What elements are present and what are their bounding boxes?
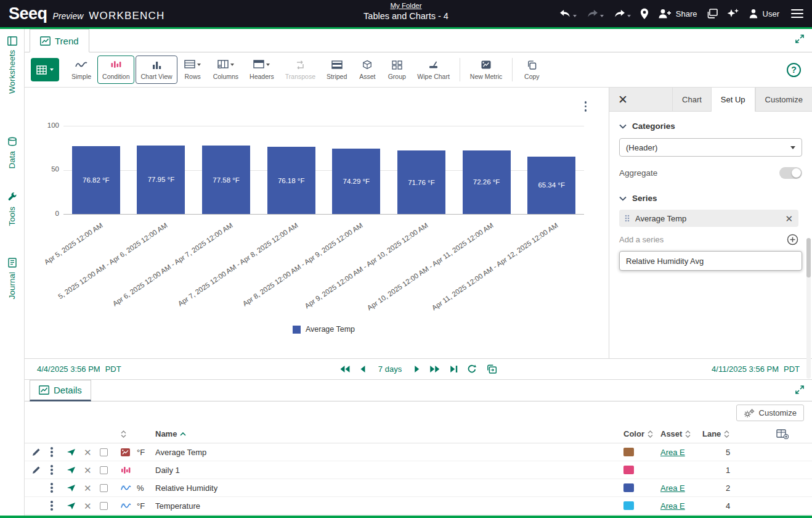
send-to-icon[interactable] [67,466,84,474]
redo-caret-icon[interactable] [600,15,604,17]
drag-handle-icon[interactable] [625,215,630,222]
edit-pencil-icon[interactable] [32,466,51,474]
row-menu-icon[interactable] [51,465,53,475]
chart-bar[interactable]: 76.82 °F [72,146,120,214]
forward-caret-icon[interactable] [627,15,631,17]
chart-bar[interactable]: 72.26 °F [463,150,511,214]
row-checkbox[interactable] [100,502,108,510]
panel-scrollbar[interactable] [806,238,811,379]
range-end[interactable]: 4/11/2025 3:56 PM PDT [712,364,800,374]
hamburger-menu-button[interactable] [791,9,803,18]
add-column-button[interactable] [745,429,812,439]
row-menu-icon[interactable] [51,483,53,493]
asset-link[interactable]: Area E [660,501,685,511]
new-metric-button[interactable]: New Metric [465,56,508,84]
breadcrumb-my-folder[interactable]: My Folder [363,2,449,9]
sidebar-item-tools[interactable]: Tools [0,192,24,226]
chart-bar[interactable]: 77.95 °F [137,146,185,214]
column-header-name[interactable]: Name [155,429,623,438]
step-back-button[interactable] [360,365,366,373]
series-search-input[interactable] [619,251,802,271]
color-swatch[interactable] [623,483,634,492]
asset-button[interactable]: Asset [353,56,381,84]
send-to-icon[interactable] [67,484,84,492]
expand-trend-button[interactable] [795,34,805,46]
ai-assistant-button[interactable] [727,8,739,19]
tab-details[interactable]: Details [30,380,91,401]
column-header-lane[interactable]: Lane [702,429,745,438]
striped-button[interactable]: Striped [322,56,352,84]
step-forward-button[interactable] [414,365,420,373]
chart-bar[interactable]: 76.18 °F [267,147,315,214]
category-header-dropdown[interactable]: (Header) [619,138,802,157]
chart-bar[interactable]: 65.34 °F [527,157,575,214]
row-menu-icon[interactable] [51,447,53,457]
seeq-logo[interactable]: Seeq Preview WORKBENCH [9,4,165,23]
transpose-button[interactable]: Transpose [280,56,320,84]
aggregate-toggle[interactable] [779,167,802,179]
redo-button[interactable] [586,9,604,18]
remove-item-icon[interactable]: ✕ [84,466,100,475]
share-button[interactable]: Share [658,9,697,18]
chart-bar[interactable]: 71.76 °F [397,150,445,214]
chart-legend[interactable]: Average Temp [63,325,584,334]
location-button[interactable] [640,8,649,20]
chart-menu-button[interactable] [585,101,587,112]
remove-item-icon[interactable]: ✕ [84,501,100,511]
add-series-button[interactable] [787,234,798,245]
step-forward-fast-button[interactable] [429,365,441,373]
remove-item-icon[interactable]: ✕ [84,483,100,493]
column-header-asset[interactable]: Asset [660,429,702,438]
expand-details-button[interactable] [795,385,805,397]
columns-button[interactable]: Columns [208,56,243,84]
row-checkbox[interactable] [100,448,108,456]
color-swatch[interactable] [623,466,634,474]
type-sort-button[interactable] [121,430,137,438]
undo-button[interactable] [559,9,577,18]
chart-view-button[interactable]: Chart View [136,56,177,84]
help-button[interactable]: ? [787,63,801,77]
asset-link[interactable]: Area E [660,448,685,457]
copy-range-button[interactable] [486,364,497,374]
row-checkbox[interactable] [100,466,108,474]
edit-pencil-icon[interactable] [32,448,51,456]
refresh-button[interactable] [467,364,477,374]
headers-button[interactable]: Headers [245,56,279,84]
step-to-end-button[interactable] [450,365,458,373]
series-item[interactable]: Average Temp ✕ [619,210,798,227]
chart-bar[interactable]: 74.29 °F [332,149,380,214]
item-name[interactable]: Temperature [155,501,623,511]
step-back-fast-button[interactable] [339,365,351,373]
user-menu-button[interactable]: User [749,9,779,18]
panel-tab-setup[interactable]: Set Up [711,88,755,112]
condition-button[interactable]: Condition [97,56,134,84]
duplicate-worksheet-button[interactable] [707,9,718,18]
range-start[interactable]: 4/4/2025 3:56 PM PDT [37,364,121,374]
forward-share-button[interactable] [613,9,631,18]
scrollbar-thumb[interactable] [806,238,811,278]
table-mode-button[interactable] [31,58,59,81]
remove-item-icon[interactable]: ✕ [84,448,100,457]
column-header-color[interactable]: Color [623,429,660,438]
row-checkbox[interactable] [100,484,108,492]
tab-trend[interactable]: Trend [30,29,89,52]
panel-tab-chart[interactable]: Chart [672,88,711,111]
customize-details-button[interactable]: Customize [736,405,804,421]
item-name[interactable]: Average Temp [155,448,623,457]
panel-tab-customize[interactable]: Customize [755,88,812,111]
sidebar-item-worksheets[interactable]: Worksheets [0,36,24,94]
color-swatch[interactable] [623,448,634,456]
send-to-icon[interactable] [67,448,84,456]
item-name[interactable]: Daily 1 [155,466,623,475]
row-menu-icon[interactable] [51,501,53,511]
wipe-chart-button[interactable]: Wipe Chart [412,56,455,84]
undo-caret-icon[interactable] [573,15,577,17]
series-section-toggle[interactable]: Series [619,194,802,203]
close-panel-icon[interactable]: ✕ [618,94,628,105]
item-name[interactable]: Relative Humidity [155,483,623,493]
chart-bar[interactable]: 77.58 °F [202,146,250,214]
simple-button[interactable]: Simple [67,56,96,84]
group-button[interactable]: Group [383,56,411,84]
remove-series-icon[interactable]: ✕ [785,214,793,223]
asset-link[interactable]: Area E [660,483,685,493]
